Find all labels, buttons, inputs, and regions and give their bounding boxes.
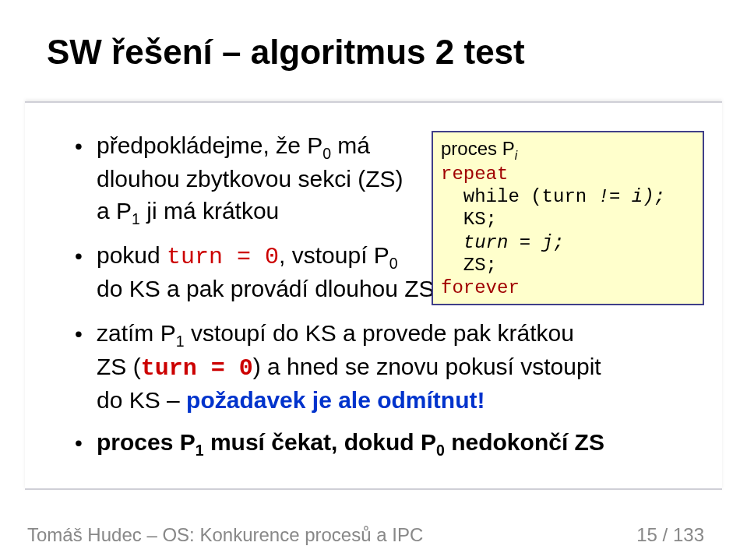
keyword: repeat xyxy=(441,164,508,185)
text: předpokládejme, že P xyxy=(97,132,322,158)
text: while (turn xyxy=(441,186,587,207)
text: turn = j; xyxy=(441,232,564,253)
subscript: 0 xyxy=(436,442,445,459)
code-box: proces Pi repeat while (turn != i); KS; … xyxy=(432,131,704,305)
subscript: 1 xyxy=(176,333,185,350)
text: do KS – xyxy=(97,387,186,413)
text: , vstoupí P xyxy=(279,242,389,268)
footer-author: Tomáš Hudec – OS: Konkurence procesů a I… xyxy=(27,524,423,546)
text: proces P xyxy=(97,429,196,455)
text: proces P1 musí čekat, dokud P0 nedokončí… xyxy=(97,429,604,455)
footer-page: 15 / 133 xyxy=(636,524,704,546)
subscript: 1 xyxy=(132,210,140,227)
code-line: while (turn != i); xyxy=(441,185,695,208)
text: proces P xyxy=(441,138,515,159)
code-line: KS; xyxy=(441,208,695,231)
code-header: proces Pi xyxy=(441,137,695,163)
code-line: repeat xyxy=(441,163,695,185)
text: ji má krátkou xyxy=(140,198,279,224)
bullet-4: proces P1 musí čekat, dokud P0 nedokončí… xyxy=(79,427,683,460)
keyword: forever xyxy=(441,277,520,298)
code-line: ZS; xyxy=(441,254,695,276)
code-line: turn = j; xyxy=(441,231,695,254)
text: do KS a pak provádí dlouhou ZS ( xyxy=(97,276,449,301)
text: má xyxy=(331,132,370,158)
code-inline: turn = 0 xyxy=(167,244,279,270)
text: ) a hned se znovu pokusí vstoupit xyxy=(253,354,601,379)
text: ZS ( xyxy=(97,354,141,379)
subscript: 0 xyxy=(389,255,398,272)
code-inline: turn = 0 xyxy=(141,355,253,382)
subscript: 0 xyxy=(322,145,331,162)
text: != i); xyxy=(587,186,665,207)
text: a P xyxy=(97,198,132,224)
text: ZS (turn = 0) a hned se znovu pokusí vst… xyxy=(97,351,683,385)
text: vstoupí do KS a provede pak krátkou xyxy=(185,320,574,346)
slide: SW řešení – algoritmus 2 test předpoklád… xyxy=(0,0,747,560)
subscript: i xyxy=(515,149,517,162)
text: pokud xyxy=(97,242,167,268)
text: musí čekat, dokud P xyxy=(204,429,436,455)
text: do KS – požadavek je ale odmítnut! xyxy=(97,385,683,417)
text: zatím P xyxy=(97,320,176,346)
emphasis: požadavek je ale odmítnut! xyxy=(186,387,484,413)
code-line: forever xyxy=(441,276,695,299)
bullet-3: zatím P1 vstoupí do KS a provede pak krá… xyxy=(79,318,683,416)
slide-title: SW řešení – algoritmus 2 test xyxy=(47,33,700,72)
subscript: 1 xyxy=(196,442,204,459)
text: nedokončí ZS xyxy=(445,429,604,455)
